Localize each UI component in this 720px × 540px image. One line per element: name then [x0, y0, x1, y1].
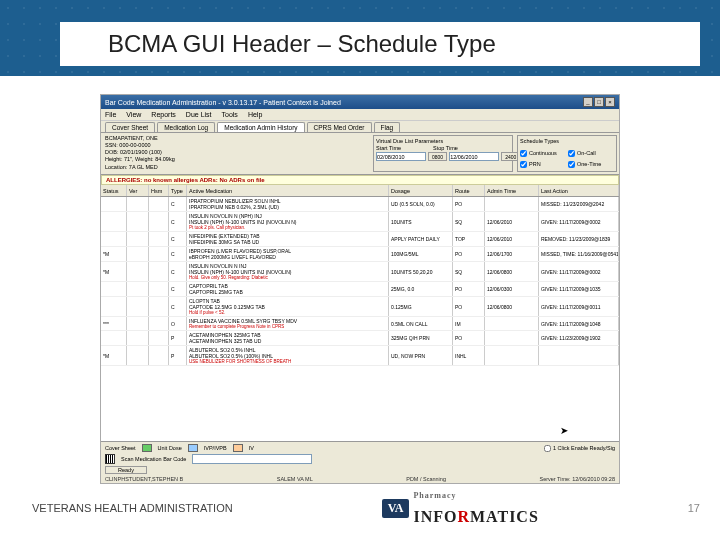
patient-ssn: SSN: 000-00-0000 [105, 142, 367, 149]
table-row[interactable]: PACETAMINOPHEN 325MG TABACETAMINOPHEN 32… [101, 331, 619, 346]
menu-tools[interactable]: Tools [222, 111, 238, 118]
menu-reports[interactable]: Reports [151, 111, 176, 118]
patient-dob: DOB: 02/01/1900 (100) [105, 149, 367, 156]
legend-ivp-icon [188, 444, 198, 452]
table-row[interactable]: CNIFEDIPINE (EXTENDED) TABNIFEDIPINE 30M… [101, 232, 619, 247]
page-number: 17 [688, 502, 700, 514]
legend-iv[interactable]: IV [249, 445, 254, 451]
legend-unitdose[interactable]: Unit Dose [158, 445, 182, 451]
slide-footer: VETERANS HEALTH ADMINISTRATION VA Pharma… [32, 490, 700, 526]
tab-cprs[interactable]: CPRS Med Order [307, 122, 372, 132]
barcode-icon [105, 454, 115, 464]
table-row[interactable]: CIPRATROPIUM NEBULIZER SOLN INHLIPRATROP… [101, 197, 619, 212]
vdl-title: Virtual Due List Parameters [376, 138, 510, 144]
menu-view[interactable]: View [126, 111, 141, 118]
enable-click-box[interactable] [544, 445, 551, 452]
table-row[interactable]: *MCIBPROFEN (LIVER FLAVORED) SUSP,ORALeB… [101, 247, 619, 262]
legend-iv-icon [233, 444, 243, 452]
pharmacy-sup: Pharmacy [413, 491, 456, 500]
col-route[interactable]: Route [453, 185, 485, 196]
menu-duelist[interactable]: Due List [186, 111, 212, 118]
vdl-stop-label: Stop Time [433, 145, 458, 151]
chk-continuous[interactable]: Continuous [520, 148, 566, 158]
minimize-button[interactable]: _ [583, 97, 593, 107]
status-mode: PDM / Scanning [406, 476, 446, 482]
col-type[interactable]: Type [169, 185, 187, 196]
menu-help[interactable]: Help [248, 111, 262, 118]
col-hsm[interactable]: Hsm [149, 185, 169, 196]
vdl-start-hour[interactable]: 0800 [428, 152, 447, 161]
table-row[interactable]: CINSULIN NOVOLIN N (NPH) INJINSULIN (NPH… [101, 212, 619, 232]
scan-label: Scan Medication Bar Code [121, 456, 186, 462]
vdl-stop-date[interactable] [449, 152, 499, 161]
window-controls: _ □ × [583, 97, 615, 107]
menubar: File View Reports Due List Tools Help [101, 109, 619, 121]
status-time: Server Time: 12/06/2010 09:28 [539, 476, 615, 482]
chk-oncall-box[interactable] [568, 150, 575, 157]
chk-oncall[interactable]: On-Call [568, 148, 614, 158]
tab-coversheet[interactable]: Cover Sheet [105, 122, 155, 132]
ready-indicator: Ready [105, 466, 147, 474]
vdl-start-date[interactable] [376, 152, 426, 161]
grid-header: Status Ver Hsm Type Active Medication Do… [101, 185, 619, 197]
col-admin[interactable]: Admin Time [485, 185, 539, 196]
header-pane: BCMAPATIENT, ONE SSN: 000-00-0000 DOB: 0… [101, 133, 619, 175]
enable-click[interactable]: 1 Click Enable Ready/Sig [544, 445, 615, 452]
bcma-window: Bar Code Medication Administration - v 3… [100, 94, 620, 484]
close-button[interactable]: × [605, 97, 615, 107]
status-user: CLINPHSTUDENT,STEPHEN B [105, 476, 183, 482]
col-ver[interactable]: Ver [127, 185, 149, 196]
maximize-button[interactable]: □ [594, 97, 604, 107]
allergy-bar: ALLERGIES: no known allergies ADRs: No A… [101, 175, 619, 185]
col-dosage[interactable]: Dosage [389, 185, 453, 196]
table-row[interactable]: CCLOPTN TABCAPTODE 12.5MG 0.125MG TABHol… [101, 297, 619, 317]
grid-body[interactable]: CIPRATROPIUM NEBULIZER SOLN INHLIPRATROP… [101, 197, 619, 441]
legend-ivp[interactable]: IVP/IVPB [204, 445, 227, 451]
tab-adminhistory[interactable]: Medication Admin History [217, 122, 304, 132]
patient-info: BCMAPATIENT, ONE SSN: 000-00-0000 DOB: 0… [101, 133, 371, 174]
chk-onetime-box[interactable] [568, 161, 575, 168]
vha-label: VETERANS HEALTH ADMINISTRATION [32, 502, 233, 514]
patient-name: BCMAPATIENT, ONE [105, 135, 367, 142]
tab-bar: Cover Sheet Medication Log Medication Ad… [101, 121, 619, 133]
legend-unitdose-icon [142, 444, 152, 452]
chk-prn[interactable]: PRN [520, 159, 566, 169]
col-med[interactable]: Active Medication [187, 185, 389, 196]
table-row[interactable]: ***OINFLUENZA VACCINE 0.5ML SYRG TBSY MD… [101, 317, 619, 331]
chk-onetime[interactable]: One-Time [568, 159, 614, 169]
cursor-icon: ➤ [560, 425, 568, 436]
patient-loc: Location: 7A GL MED [105, 164, 367, 171]
informatics-logo: VA Pharmacy INFORMATICS [382, 490, 539, 526]
window-titlebar: Bar Code Medication Administration - v 3… [101, 95, 619, 109]
scan-input[interactable] [192, 454, 312, 464]
tab-medlog[interactable]: Medication Log [157, 122, 215, 132]
patient-hw: Height: 71", Weight: 84.09kg [105, 156, 367, 163]
window-title: Bar Code Medication Administration - v 3… [105, 99, 341, 106]
table-row[interactable]: *MPALBUTEROL SO2 0.5% INHLALBUTEROL SO2 … [101, 346, 619, 366]
slide-header: BCMA GUI Header – Schedule Type [0, 0, 720, 76]
chk-continuous-box[interactable] [520, 150, 527, 157]
status-site: SALEM VA ML [277, 476, 313, 482]
tab-flag[interactable]: Flag [374, 122, 401, 132]
table-row[interactable]: *MCINSULIN NOVOLIN N INJINSULIN (NPH) N-… [101, 262, 619, 282]
menu-file[interactable]: File [105, 111, 116, 118]
vdl-start-label: Start Time [376, 145, 401, 151]
col-status[interactable]: Status [101, 185, 127, 196]
vdl-parameters: Virtual Due List Parameters Start Time S… [373, 135, 513, 172]
va-badge: VA [382, 499, 410, 518]
chk-prn-box[interactable] [520, 161, 527, 168]
schedule-types: Schedule Types Continuous On-Call PRN On… [517, 135, 617, 172]
table-row[interactable]: CCAPTOPRIL TABCAPTOPRIL 25MG TAB25MG, 0.… [101, 282, 619, 297]
schedule-title: Schedule Types [520, 138, 614, 147]
bottom-bar: Cover Sheet Unit Dose IVP/IVPB IV 1 Clic… [101, 441, 619, 483]
slide-title: BCMA GUI Header – Schedule Type [60, 22, 700, 66]
cover-label: Cover Sheet [105, 445, 136, 451]
col-last[interactable]: Last Action [539, 185, 619, 196]
